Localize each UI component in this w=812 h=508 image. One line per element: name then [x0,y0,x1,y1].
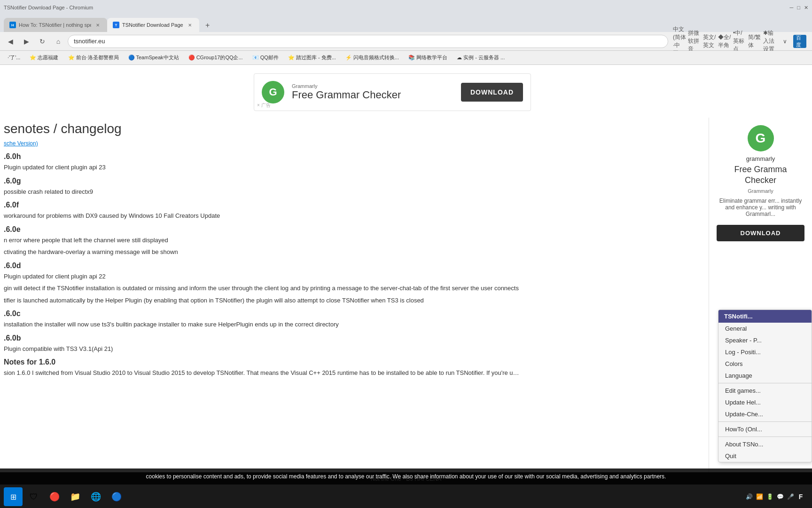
tab-tsnotifier-close[interactable]: ✕ [186,21,194,29]
ext-punct[interactable]: •中/英标点 [733,35,746,48]
context-menu-log[interactable]: Log - Positi... [718,346,812,358]
tab-tsnotifier-label: TSNotifier Download Page [122,22,183,28]
context-menu-header: TSNotifi... [718,310,812,323]
bookmark-3[interactable]: ⭐ 前台·洛圣都警察局 [64,53,123,62]
context-menu-language[interactable]: Language [718,370,812,381]
bookmark-1[interactable]: ·'了'... [4,53,24,62]
version-160h-text: Plugin updated for client plugin api 23 [4,163,695,172]
version-160g-text: possible crash related to directx9 [4,187,695,197]
version-160b-text: Plugin compatible with TS3 V3.1(Api 21) [4,344,695,354]
context-menu-about[interactable]: About TSNo... [718,438,812,450]
taskbar-globe[interactable]: 🌐 [86,487,105,506]
tab-howto-close[interactable]: ✕ [94,21,102,29]
context-menu: TSNotifi... General Speaker - P... Log -… [718,310,812,462]
maximize-btn[interactable]: □ [797,5,800,11]
ext-lang[interactable]: 英文/英文 [703,35,716,48]
context-menu-general[interactable]: General [718,323,812,334]
context-menu-update-che[interactable]: Update-Che... [718,408,812,420]
bookmark-7[interactable]: ⭐ 踏过图库 - 免费... [284,53,340,62]
version-160d-text3: tifier is launched automatically by the … [4,296,521,305]
version-160c-text: installation the installer will now use … [4,320,521,329]
tray-f[interactable]: F [797,493,804,500]
cookie-text: cookies to personalise content and ads, … [146,473,666,480]
bookmark-8[interactable]: ⚡ 闪电音频格式转换... [342,53,403,62]
context-menu-speaker[interactable]: Speaker - P... [718,334,812,346]
taskbar-folder[interactable]: 📁 [66,487,85,506]
taskbar-antivirus[interactable]: 🔴 [45,487,64,506]
tray-network[interactable]: 📶 [756,493,763,500]
version-160g-heading: .6.0g [4,177,695,185]
context-menu-colors[interactable]: Colors [718,358,812,370]
tab-tsnotifier-favicon: T [113,22,119,28]
version-160f-text: workaround for problems with DX9 caused … [4,211,695,221]
ext-simple[interactable]: 简/繁体 [748,35,761,48]
minimize-btn[interactable]: ─ [790,5,794,11]
tab-howto[interactable]: H How To: TSNotifier | nothing spe... ✕ [4,18,107,32]
context-menu-update-help[interactable]: Update Hel... [718,397,812,408]
ext-translate[interactable]: 中文(简体·中国) [673,35,686,48]
ad-banner: G Grammarly Free Grammar Checker DOWNLOA… [254,73,531,111]
ext-ime[interactable]: ✱输入法设置 [763,35,776,48]
close-btn[interactable]: ✕ [804,5,808,11]
home-button[interactable]: ⌂ [52,35,65,48]
taskbar-chrome[interactable]: 🔵 [107,487,126,506]
ad-logo: G [262,81,284,103]
bookmark-6[interactable]: 📧 QQ邮件 [249,53,282,62]
cookie-bar: cookies to personalise content and ads, … [0,468,812,484]
bookmarks-bar: ·'了'... ⭐ 志愿福建 ⭐ 前台·洛圣都警察局 🔵 TeamSpeak中文… [0,51,812,65]
back-button[interactable]: ◀ [4,35,17,48]
tray-speaker[interactable]: 🔊 [745,493,753,500]
sidebar-brand: grammarly [746,155,775,162]
taskbar: ⊞ 🛡 🔴 📁 🌐 🔵 🔊 📶 🔋 💬 🎤 F [0,485,812,508]
bookmark-4[interactable]: 🔵 TeamSpeak中文站 [125,53,183,62]
taskbar-tray: 🔊 📶 🔋 💬 🎤 F [742,493,808,500]
version-160d-heading: .6.0d [4,262,695,270]
tray-chat[interactable]: 💬 [776,493,784,500]
sidebar-desc: Eliminate grammar err... instantly and e… [717,198,804,217]
context-menu-edit-games[interactable]: Edit games... [718,385,812,397]
version-160d-text2: gin will detect if the TSNotifier instal… [4,284,521,293]
browser-frame: TSNotifier Download Page - Chromium ─ □ … [0,0,812,508]
bookmark-10[interactable]: ☁ 实例 - 云服务器 ... [453,53,508,62]
ext-baidu[interactable]: 百度 [793,35,806,48]
tray-mic[interactable]: 🎤 [787,493,794,500]
bookmark-5[interactable]: 🔴 CGroup17的QQ企... [185,53,247,62]
bookmark-9[interactable]: 📚 网络教学平台 [405,53,451,62]
forward-button[interactable]: ▶ [20,35,33,48]
context-menu-divider-3 [718,437,812,437]
ad-headline: Free Grammar Checker [292,89,453,101]
ad-text-area: Grammarly Free Grammar Checker [292,83,453,101]
ext-quan[interactable]: ◆全/半角 [718,35,731,48]
ext-more[interactable]: ∨ [778,35,791,48]
context-menu-quit[interactable]: Quit [718,450,812,462]
title-bar-text: TSNotifier Download Page - Chromium [4,5,93,10]
tab-howto-label: How To: TSNotifier | nothing spe... [19,22,91,28]
version-160c-heading: .6.0c [4,310,695,318]
version-notes-heading: Notes for 1.6.0 [4,358,695,366]
sidebar-download-button[interactable]: DOWNLOAD [717,225,804,241]
refresh-button[interactable]: ↻ [36,35,49,48]
version-160e-text1: n error where people that left the chann… [4,236,695,245]
ad-download-button[interactable]: DOWNLOAD [461,83,523,102]
tray-battery[interactable]: 🔋 [766,493,773,500]
left-content: senotes / changelog sche Version) .6.0h … [0,118,709,508]
context-menu-howto[interactable]: HowTo (Onl... [718,423,812,435]
page-wrapper: G Grammarly Free Grammar Checker DOWNLOA… [0,65,812,508]
sidebar-sub: Grammarly [748,188,773,194]
version-link[interactable]: sche Version) [4,140,695,147]
page-content: senotes / changelog sche Version) .6.0h … [2,121,705,390]
taskbar-start-button[interactable]: ⊞ [4,487,23,506]
sidebar-headline: Free Gramma Checker [734,164,787,186]
bookmark-2[interactable]: ⭐ 志愿福建 [26,53,62,62]
sidebar-logo: G [748,125,774,151]
context-menu-divider-1 [718,383,812,383]
ad-marker: × 广告 [257,102,271,109]
taskbar-shield[interactable]: 🛡 [24,487,43,506]
tab-tsnotifier[interactable]: T TSNotifier Download Page ✕ [107,18,199,32]
version-160f-heading: .6.0f [4,201,695,209]
extensions-area: 中文(简体·中国) 拼微软拼音 英文/英文 ◆全/半角 •中/英标点 简/繁体 … [671,35,808,48]
new-tab-button[interactable]: + [201,19,214,32]
ext-pinyin[interactable]: 拼微软拼音 [688,35,701,48]
tab-howto-favicon: H [9,22,16,28]
address-input[interactable] [68,35,668,48]
